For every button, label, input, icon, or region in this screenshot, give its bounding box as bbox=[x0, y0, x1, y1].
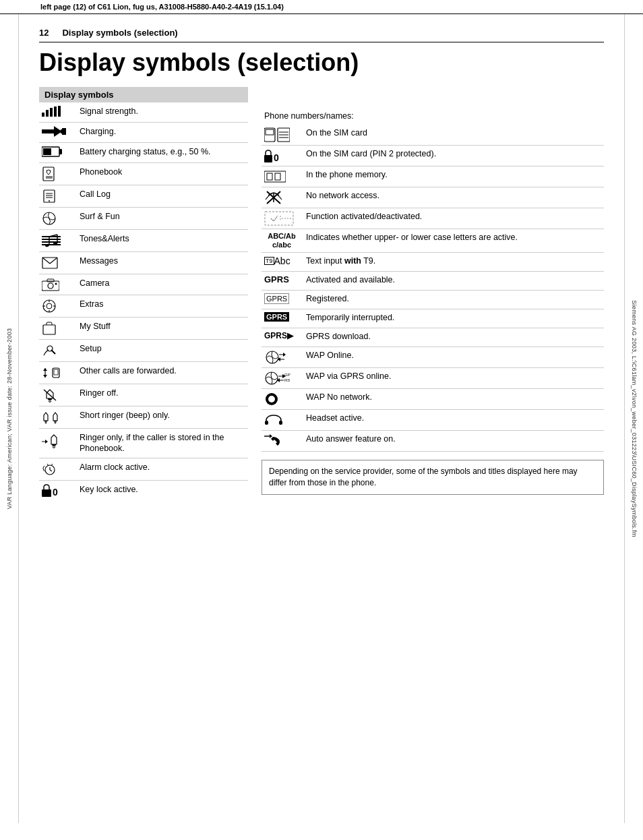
list-item: GPRS▶ GPRS download. bbox=[262, 328, 604, 347]
desc-no-network: No network access. bbox=[306, 190, 601, 202]
symbol-gprs-outline: GPRS bbox=[264, 293, 299, 304]
symbol-setup bbox=[42, 343, 71, 358]
list-item: Camera bbox=[39, 274, 248, 295]
symbol-signal bbox=[42, 106, 71, 118]
list-item: Ringer only, if the caller is stored in … bbox=[39, 429, 248, 459]
svg-rect-12 bbox=[43, 167, 54, 181]
left-column: Display symbols Signal strength. bbox=[39, 87, 248, 502]
desc-surffun: Surf & Fun bbox=[80, 211, 245, 222]
page-header-title: Display symbols (selection) bbox=[62, 28, 177, 38]
phonebook-icon bbox=[42, 167, 57, 181]
list-item: WAP Online. bbox=[262, 347, 604, 368]
abc-upper: ABC/Ab bbox=[268, 232, 296, 241]
svg-rect-10 bbox=[59, 149, 62, 154]
symbol-wap-online bbox=[264, 350, 299, 365]
desc-keylock: Key lock active. bbox=[80, 484, 245, 496]
symbol-short-ringer bbox=[42, 410, 71, 425]
svg-rect-76 bbox=[267, 173, 272, 180]
main-heading: Display symbols (selection) bbox=[39, 49, 604, 76]
svg-rect-22 bbox=[42, 239, 61, 240]
symbol-surffun bbox=[42, 211, 71, 226]
sidebar-left: VAR Language: American; VAR issue date: … bbox=[0, 14, 19, 823]
symbol-auto-answer bbox=[264, 433, 299, 448]
list-item: In the phone memory. bbox=[262, 167, 604, 187]
abc-lower: c/abc bbox=[272, 241, 291, 249]
svg-rect-68 bbox=[266, 129, 274, 135]
svg-rect-24 bbox=[42, 244, 61, 245]
gprs-bold-text: GPRS bbox=[264, 312, 289, 322]
symbol-charging bbox=[42, 126, 71, 137]
list-item: Ringer off. bbox=[39, 384, 248, 407]
list-item: Function activated/deactivated. bbox=[262, 208, 604, 229]
svg-rect-54 bbox=[54, 421, 57, 422]
two-column-layout: Display symbols Signal strength. bbox=[39, 87, 604, 502]
ringer-off-icon bbox=[42, 388, 58, 402]
desc-setup: Setup bbox=[80, 343, 245, 355]
sidebar-right: Siemens AG 2003, L:\C61lam_v2\von_weber_… bbox=[624, 14, 643, 823]
page-number: 12 bbox=[39, 28, 49, 38]
svg-marker-2 bbox=[50, 108, 53, 117]
right-column: Phone numbers/names: On the SIM c bbox=[248, 87, 604, 502]
list-item: WAP No network. bbox=[262, 389, 604, 410]
symbol-battery bbox=[42, 146, 71, 157]
symbol-messages bbox=[42, 256, 71, 270]
list-item: 0 Key lock active. bbox=[39, 481, 248, 501]
svg-point-59 bbox=[53, 446, 55, 448]
mystuff-icon bbox=[42, 321, 57, 336]
svg-point-50 bbox=[49, 400, 51, 402]
function-icon bbox=[264, 211, 294, 226]
svg-rect-49 bbox=[48, 398, 52, 400]
symbol-keylock: 0 bbox=[42, 484, 71, 498]
list-item: T9Abc Text input with T9. bbox=[262, 253, 604, 272]
list-item: No network access. bbox=[262, 187, 604, 208]
tones-icon bbox=[42, 233, 61, 248]
svg-marker-47 bbox=[43, 368, 47, 371]
svg-marker-0 bbox=[42, 113, 44, 117]
svg-point-36 bbox=[47, 303, 52, 309]
svg-point-97 bbox=[268, 396, 275, 402]
svg-rect-45 bbox=[54, 369, 58, 375]
desc-phonebook: Phonebook bbox=[80, 167, 245, 178]
forward-icon bbox=[42, 365, 61, 380]
desc-gprs-bold: Temporarily interrupted. bbox=[306, 312, 601, 324]
charging-icon bbox=[42, 126, 66, 137]
svg-rect-98 bbox=[265, 421, 268, 425]
symbol-phonebook bbox=[42, 167, 71, 181]
desc-ringer-off: Ringer off. bbox=[80, 388, 245, 399]
svg-marker-101 bbox=[270, 434, 272, 438]
list-item: Battery charging status, e.g., 50 %. bbox=[39, 143, 248, 163]
gprs-outline-text: GPRS bbox=[264, 293, 289, 304]
sidebar-right-text: Siemens AG 2003, L:\C61lam_v2\von_weber_… bbox=[631, 300, 638, 537]
desc-function: Function activated/deactivated. bbox=[306, 211, 601, 222]
sim1-icon bbox=[264, 127, 290, 142]
keylock-icon: 0 bbox=[42, 484, 61, 498]
phone-numbers-title: Phone numbers/names: bbox=[262, 111, 604, 121]
list-item: GP RS WAP via GPRS online. bbox=[262, 368, 604, 389]
svg-text:RS: RS bbox=[284, 378, 290, 382]
list-item: ABC/Ab c/abc Indicates whether upper- or… bbox=[262, 229, 604, 253]
svg-marker-4 bbox=[58, 106, 61, 117]
list-item: GPRS Activated and available. bbox=[262, 272, 604, 291]
setup-icon bbox=[42, 343, 57, 358]
desc-auto-answer: Auto answer feature on. bbox=[306, 433, 601, 445]
svg-marker-48 bbox=[43, 375, 47, 378]
list-item: Short ringer (beep) only. bbox=[39, 407, 248, 429]
symbol-sim1 bbox=[264, 127, 299, 142]
svg-point-55 bbox=[55, 422, 56, 423]
svg-point-19 bbox=[49, 200, 50, 202]
svg-line-62 bbox=[50, 470, 52, 471]
list-item: Extras bbox=[39, 295, 248, 318]
symbol-headset bbox=[264, 413, 299, 427]
note-box: Depending on the service provider, some … bbox=[262, 460, 604, 495]
desc-tones: Tones&Alerts bbox=[80, 233, 245, 245]
symbol-ringer-phonebook bbox=[42, 432, 71, 448]
list-item: Surf & Fun bbox=[39, 208, 248, 230]
symbol-sim2: 0 bbox=[264, 148, 299, 163]
symbol-abc: ABC/Ab c/abc bbox=[264, 232, 299, 249]
t9-superscript: T9 bbox=[264, 257, 274, 265]
top-bar-text: left page (12) of C61 Lion, fug us, A310… bbox=[40, 3, 284, 11]
symbol-wap-no-network bbox=[264, 392, 299, 407]
wap-online-icon bbox=[264, 350, 286, 365]
svg-rect-31 bbox=[42, 281, 59, 291]
list-item: On the SIM card bbox=[262, 125, 604, 146]
